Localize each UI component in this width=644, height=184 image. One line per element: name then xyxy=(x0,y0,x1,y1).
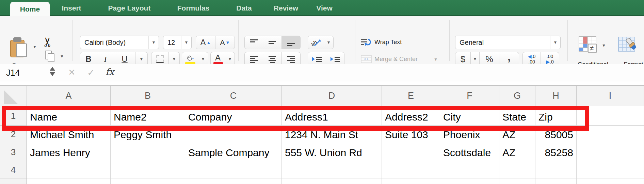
table-row: 4 xyxy=(0,161,644,179)
conditional-formatting-dropdown-arrow-icon[interactable]: ▼ xyxy=(602,43,606,48)
paint-bucket-icon xyxy=(186,54,194,61)
cell-D3[interactable]: 555 W. Union Rd xyxy=(282,143,382,161)
align-bottom-button[interactable] xyxy=(282,36,301,49)
column-header-E[interactable]: E xyxy=(382,85,440,106)
paste-button[interactable] xyxy=(10,37,27,58)
tab-review[interactable]: Review xyxy=(270,0,302,16)
cell-G3[interactable]: AZ xyxy=(499,143,535,161)
insert-function-icon[interactable]: fx xyxy=(106,67,114,77)
comma-glyph: , xyxy=(507,46,511,64)
align-top-button[interactable] xyxy=(244,36,263,49)
orientation-dropdown-arrow-icon[interactable]: ▼ xyxy=(324,36,334,49)
font-name-combobox[interactable]: Calibri (Body) ▼ xyxy=(80,36,159,49)
cell-B[interactable] xyxy=(111,179,185,184)
font-size-value: 12 xyxy=(163,39,181,47)
column-header-A[interactable]: A xyxy=(27,85,111,106)
cell-A[interactable] xyxy=(27,179,111,184)
excel-window: Home Insert Page Layout Formulas Data Re… xyxy=(0,0,644,184)
name-box[interactable]: J14 xyxy=(6,68,20,78)
column-header-B[interactable]: B xyxy=(111,85,185,106)
table-row: 3James HenrySample Company555 W. Union R… xyxy=(0,143,644,161)
increase-indent-icon xyxy=(330,55,341,63)
align-left-icon xyxy=(249,55,259,63)
row-number-partial[interactable] xyxy=(0,179,27,184)
font-color-letter: A xyxy=(215,53,221,62)
group-divider xyxy=(449,20,450,61)
cell-C4[interactable] xyxy=(185,161,282,179)
copy-dropdown-arrow-icon[interactable]: ▼ xyxy=(60,54,64,58)
cell-H4[interactable] xyxy=(535,161,577,179)
cell-D[interactable] xyxy=(282,179,382,184)
merge-center-icon xyxy=(361,55,372,65)
column-header-I[interactable]: I xyxy=(577,85,644,106)
cell-F[interactable] xyxy=(440,179,499,184)
wrap-text-icon[interactable] xyxy=(360,37,372,49)
cell-H[interactable] xyxy=(535,179,577,184)
font-size-combobox[interactable]: 12 ▼ xyxy=(163,36,192,49)
decrease-font-size-button[interactable]: A▼ xyxy=(215,36,235,49)
cancel-icon: ✕ xyxy=(68,67,76,78)
align-bottom-icon xyxy=(286,38,296,47)
column-header-F[interactable]: F xyxy=(440,85,499,106)
cell-E[interactable] xyxy=(382,179,440,184)
cell-I[interactable] xyxy=(577,179,644,184)
cell-A4[interactable] xyxy=(27,161,111,179)
cell-C[interactable] xyxy=(185,179,282,184)
tab-view[interactable]: View xyxy=(312,0,336,16)
cell-G[interactable] xyxy=(499,179,535,184)
tab-home[interactable]: Home xyxy=(10,2,50,16)
column-header-D[interactable]: D xyxy=(282,85,382,106)
column-header-G[interactable]: G xyxy=(499,85,535,106)
cell-A3[interactable]: James Henry xyxy=(27,143,111,161)
name-box-spinner[interactable] xyxy=(50,67,55,76)
shrink-font-letter: A xyxy=(220,38,225,47)
cut-icon[interactable]: ✂ xyxy=(40,37,55,48)
divider xyxy=(58,66,58,79)
borders-icon xyxy=(156,55,164,63)
number-format-value: General xyxy=(455,39,550,47)
orientation-button[interactable]: ab xyxy=(308,36,324,49)
spinner-down-icon[interactable] xyxy=(50,72,55,76)
cell-H3[interactable]: 85258 xyxy=(535,143,577,161)
highlight-rectangle xyxy=(2,106,589,131)
font-size-dropdown-arrow-icon[interactable]: ▼ xyxy=(181,36,191,49)
cell-F3[interactable]: Scottsdale xyxy=(440,143,499,161)
spinner-up-icon[interactable] xyxy=(50,67,55,71)
column-header-C[interactable]: C xyxy=(185,85,282,106)
cell-E4[interactable] xyxy=(382,161,440,179)
align-top-icon xyxy=(249,38,259,47)
divider xyxy=(122,66,122,79)
cell-D4[interactable] xyxy=(282,161,382,179)
table-row xyxy=(0,179,644,184)
cell-E3[interactable] xyxy=(382,143,440,161)
format-as-table-icon[interactable] xyxy=(618,36,639,56)
align-middle-button[interactable] xyxy=(263,36,282,49)
align-center-icon xyxy=(268,55,277,63)
row-number-3[interactable]: 3 xyxy=(0,143,27,161)
font-name-dropdown-arrow-icon[interactable]: ▼ xyxy=(148,36,159,49)
cell-B4[interactable] xyxy=(111,161,185,179)
right-arrow-icon: ▶ xyxy=(546,59,550,65)
merge-center-dropdown-arrow-icon: ▼ xyxy=(434,57,438,61)
select-all-triangle-icon xyxy=(4,90,18,104)
number-format-dropdown-arrow-icon[interactable]: ▼ xyxy=(550,36,560,49)
tab-data[interactable]: Data xyxy=(234,0,255,16)
column-header-H[interactable]: H xyxy=(535,85,577,106)
cell-B3[interactable] xyxy=(111,143,185,161)
up-triangle-icon: ▲ xyxy=(207,40,211,45)
cell-I4[interactable] xyxy=(577,161,644,179)
select-all-corner[interactable] xyxy=(0,85,27,106)
tab-insert[interactable]: Insert xyxy=(58,0,85,16)
increase-font-size-button[interactable]: A▲ xyxy=(196,36,215,49)
cell-C3[interactable]: Sample Company xyxy=(185,143,282,161)
column-header-row: ABCDEFGHI xyxy=(0,85,644,106)
cell-F4[interactable] xyxy=(440,161,499,179)
row-number-4[interactable]: 4 xyxy=(0,161,27,179)
cell-I3[interactable] xyxy=(577,143,644,161)
tab-page-layout[interactable]: Page Layout xyxy=(102,0,157,16)
cell-G4[interactable] xyxy=(499,161,535,179)
wrap-text-label[interactable]: Wrap Text xyxy=(374,39,402,46)
tab-formulas[interactable]: Formulas xyxy=(173,0,214,16)
conditional-formatting-icon[interactable]: ≠ xyxy=(579,36,599,56)
paste-dropdown-arrow-icon[interactable]: ▼ xyxy=(33,45,37,49)
